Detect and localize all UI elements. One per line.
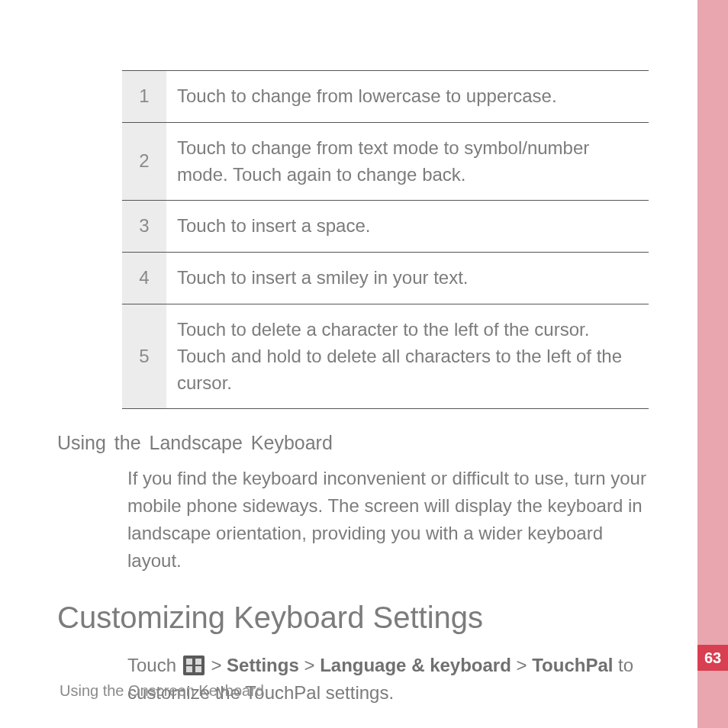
row-description: Touch to insert a smiley in your text. <box>166 253 649 304</box>
table-row: 5 Touch to delete a character to the lef… <box>122 304 649 408</box>
page-content: 1 Touch to change from lowercase to uppe… <box>57 70 668 707</box>
table-row: 4 Touch to insert a smiley in your text. <box>122 253 649 304</box>
table-row: 3 Touch to insert a space. <box>122 201 649 253</box>
keyboard-actions-table: 1 Touch to change from lowercase to uppe… <box>122 70 649 409</box>
section-title-customizing: Customizing Keyboard Settings <box>57 601 668 635</box>
text-lead: Touch <box>127 655 182 675</box>
separator: > <box>299 655 320 675</box>
page-number-badge: 63 <box>697 645 728 671</box>
table-row: 2 Touch to change from text mode to symb… <box>122 122 649 201</box>
separator: > <box>206 655 227 675</box>
row-description: Touch to change from text mode to symbol… <box>166 122 649 201</box>
row-number: 2 <box>122 122 166 201</box>
footer-chapter-title: Using the Onscreen Keyboard <box>60 682 264 700</box>
row-description: Touch to change from lowercase to upperc… <box>166 71 649 123</box>
row-description: Touch to delete a character to the left … <box>166 304 649 408</box>
path-language-keyboard: Language & keyboard <box>320 655 511 675</box>
row-number: 1 <box>122 71 166 123</box>
row-description: Touch to insert a space. <box>166 201 649 253</box>
path-settings: Settings <box>227 655 299 675</box>
apps-grid-icon <box>183 656 205 675</box>
landscape-paragraph: If you find the keyboard inconvenient or… <box>127 465 662 575</box>
row-number: 5 <box>122 304 166 408</box>
row-number: 3 <box>122 201 166 253</box>
table-row: 1 Touch to change from lowercase to uppe… <box>122 71 649 123</box>
path-touchpal: TouchPal <box>532 655 613 675</box>
separator: > <box>511 655 532 675</box>
side-color-tab <box>697 0 728 728</box>
row-number: 4 <box>122 253 166 304</box>
subheading-landscape: Using the Landscape Keyboard <box>57 432 668 454</box>
